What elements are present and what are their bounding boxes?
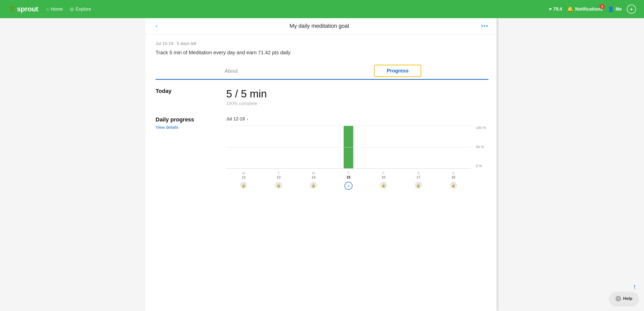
goal-info: Jul 15-19 5 days left Track 5 min of Med… bbox=[145, 34, 499, 56]
x-col-1: T 13 bbox=[261, 171, 296, 179]
logo-icon: 🌿 bbox=[8, 6, 15, 12]
notifications-label: Notifications bbox=[575, 7, 603, 12]
scrollbar[interactable] bbox=[496, 18, 499, 311]
check-icon-3: ✓ bbox=[344, 182, 353, 190]
progress-content: Today 5 / 5 min 100% complete Daily prog… bbox=[145, 80, 499, 198]
goal-days-left: 5 days left bbox=[177, 41, 196, 46]
more-button[interactable]: ••• bbox=[481, 23, 488, 29]
back-button[interactable]: ‹ bbox=[156, 23, 157, 29]
notifications-button[interactable]: 🔔 9 Notifications bbox=[567, 6, 603, 12]
grid-line-100 bbox=[226, 126, 471, 126]
daily-left: Daily progress View details bbox=[156, 116, 226, 130]
x-day-0: M bbox=[226, 171, 261, 175]
navbar: 🌿 sprout ⌂ Home ◎ Explore ♥ 79.4 🔔 9 Not… bbox=[0, 0, 644, 18]
chart-period: Jul 12-18 bbox=[226, 116, 245, 122]
tabs-container: About Progress bbox=[156, 63, 488, 80]
home-icon: ⌂ bbox=[46, 7, 49, 12]
daily-section: Daily progress View details Jul 12-18 › bbox=[156, 116, 488, 190]
add-button[interactable]: + bbox=[627, 5, 636, 14]
help-button[interactable]: ? Help bbox=[610, 292, 638, 305]
lock-col-0: 🔒 bbox=[226, 182, 261, 190]
nav-left: 🌿 sprout ⌂ Home ◎ Explore bbox=[8, 5, 91, 13]
lock-col-4: 🔒 bbox=[366, 182, 401, 190]
x-col-0: M 12 bbox=[226, 171, 261, 179]
y-label-50: 50 % bbox=[476, 145, 486, 149]
tab-about[interactable]: About bbox=[156, 63, 307, 79]
daily-progress-label: Daily progress bbox=[156, 116, 226, 123]
y-axis: 100 % 50 % 0 % bbox=[476, 126, 486, 168]
lock-col-2: 🔒 bbox=[296, 182, 331, 190]
explore-icon: ◎ bbox=[70, 6, 74, 12]
view-details-link[interactable]: View details bbox=[156, 125, 178, 130]
x-col-6: S 18 bbox=[436, 171, 471, 179]
logo[interactable]: 🌿 sprout bbox=[8, 5, 38, 13]
goal-date-range: Jul 15-19 bbox=[156, 41, 173, 46]
lock-col-3: ✓ bbox=[331, 182, 366, 190]
lock-icon-6: 🔒 bbox=[450, 182, 457, 189]
nav-links: ⌂ Home ◎ Explore bbox=[46, 6, 91, 12]
page-title: My daily meditation goal bbox=[289, 23, 349, 29]
scroll-up-button[interactable]: ↑ bbox=[633, 283, 636, 291]
nav-right: ♥ 79.4 🔔 9 Notifications 👤 Me + bbox=[549, 5, 636, 14]
x-day-3: T bbox=[331, 171, 366, 175]
chart-area: Jul 12-18 › bbox=[226, 116, 488, 190]
x-col-2: W 14 bbox=[296, 171, 331, 179]
tab-progress[interactable]: Progress bbox=[374, 65, 422, 77]
today-percent: 100% complete bbox=[226, 101, 267, 106]
x-labels: M 12 T 13 W 14 T 15 bbox=[226, 171, 471, 179]
user-icon: 👤 bbox=[608, 6, 614, 12]
nav-home-label: Home bbox=[51, 7, 63, 12]
tab-progress-wrapper: Progress bbox=[307, 63, 488, 79]
today-section: Today 5 / 5 min 100% complete bbox=[156, 88, 488, 106]
x-day-4: F bbox=[366, 171, 401, 175]
help-label: Help bbox=[623, 296, 632, 301]
chart-outer: 100 % 50 % 0 % M 12 T 13 bbox=[226, 126, 488, 190]
chart-header: Jul 12-18 › bbox=[226, 116, 488, 122]
x-day-5: S bbox=[401, 171, 436, 175]
x-date-3: 15 bbox=[331, 175, 366, 179]
x-day-2: W bbox=[296, 171, 331, 175]
heart-icon: ♥ bbox=[549, 7, 552, 12]
lock-icon-1: 🔒 bbox=[275, 182, 282, 189]
x-day-6: S bbox=[436, 171, 471, 175]
logo-text: sprout bbox=[17, 5, 38, 13]
goal-date: Jul 15-19 5 days left bbox=[156, 41, 488, 46]
today-pct-label: complete bbox=[239, 101, 257, 106]
me-button[interactable]: 👤 Me bbox=[608, 6, 622, 12]
nav-explore-link[interactable]: ◎ Explore bbox=[70, 6, 91, 12]
goal-description: Track 5 min of Meditation every day and … bbox=[156, 50, 488, 56]
content-wrapper: ‹ My daily meditation goal ••• Jul 15-19… bbox=[145, 18, 499, 311]
today-stats: 5 / 5 min 100% complete bbox=[226, 88, 267, 106]
x-day-1: T bbox=[261, 171, 296, 175]
me-label: Me bbox=[616, 7, 622, 12]
chart-next-button[interactable]: › bbox=[247, 117, 248, 121]
x-date-6: 18 bbox=[436, 175, 471, 179]
lock-icon-4: 🔒 bbox=[380, 182, 387, 189]
add-icon: + bbox=[629, 5, 633, 13]
page-header: ‹ My daily meditation goal ••• bbox=[145, 18, 499, 34]
bell-icon: 🔔 bbox=[567, 6, 573, 12]
today-label: Today bbox=[156, 88, 226, 94]
lock-col-6: 🔒 bbox=[436, 182, 471, 190]
lock-row: 🔒 🔒 🔒 ✓ 🔒 bbox=[226, 182, 471, 190]
notifications-badge: 9 bbox=[600, 4, 605, 9]
lock-icon-0: 🔒 bbox=[240, 182, 247, 189]
x-date-1: 13 bbox=[261, 175, 296, 179]
lock-icon-5: 🔒 bbox=[415, 182, 422, 189]
x-col-5: S 17 bbox=[401, 171, 436, 179]
x-col-3: T 15 bbox=[331, 171, 366, 179]
y-label-100: 100 % bbox=[476, 126, 486, 130]
score-value: 79.4 bbox=[553, 7, 562, 12]
x-col-4: F 16 bbox=[366, 171, 401, 179]
chart-bars-container: 100 % 50 % 0 % bbox=[226, 126, 471, 169]
x-date-2: 14 bbox=[296, 175, 331, 179]
x-date-5: 17 bbox=[401, 175, 436, 179]
nav-score: ♥ 79.4 bbox=[549, 7, 562, 12]
grid-line-50 bbox=[226, 147, 471, 147]
nav-home-link[interactable]: ⌂ Home bbox=[46, 6, 63, 12]
today-value: 5 / 5 min bbox=[226, 88, 267, 100]
lock-col-1: 🔒 bbox=[261, 182, 296, 190]
lock-col-5: 🔒 bbox=[401, 182, 436, 190]
today-pct-num: 100% bbox=[226, 101, 238, 106]
nav-explore-label: Explore bbox=[76, 7, 91, 12]
